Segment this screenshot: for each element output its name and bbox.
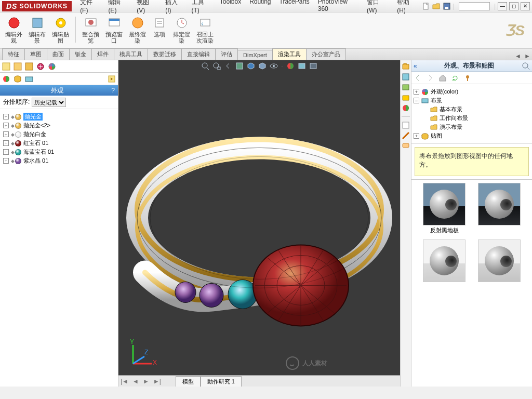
menu-window[interactable]: 窗口(W) xyxy=(363,0,393,15)
tree-scene-root[interactable]: − 布景 xyxy=(414,96,530,105)
material-item[interactable]: + ◆ 紫水晶 01 xyxy=(2,156,116,165)
graphics-area[interactable]: Y X Z 人人素材 xyxy=(118,72,400,375)
bottom-nav-first[interactable]: |◄ xyxy=(118,378,130,385)
new-doc-icon[interactable] xyxy=(422,2,430,10)
tab-moldtools[interactable]: 模具工具 xyxy=(114,48,148,60)
menu-routing[interactable]: Routing xyxy=(245,0,275,15)
nav-fwd-icon[interactable] xyxy=(426,74,434,82)
menu-traceparts[interactable]: TraceParts xyxy=(275,0,314,15)
thumb-scene-3[interactable] xyxy=(421,240,467,283)
bottom-nav-next[interactable]: ► xyxy=(141,378,151,385)
tree-scene-basic[interactable]: 基本布景 xyxy=(430,105,530,114)
cmd-edit-scene[interactable]: 编辑布 景 xyxy=(25,15,49,45)
view-settings-icon[interactable] xyxy=(309,62,317,70)
help-icon[interactable]: ? xyxy=(111,87,115,94)
appearance-sphere-icon[interactable] xyxy=(2,75,10,83)
featuremanager-icon[interactable] xyxy=(2,62,10,71)
panel-expand-icon[interactable] xyxy=(108,75,116,83)
dimxpert-icon[interactable] xyxy=(36,62,45,71)
tree-scene-studio[interactable]: 工作间布景 xyxy=(430,114,530,123)
rail-forum-icon[interactable] xyxy=(402,142,410,150)
tab-scroll-right[interactable]: ► xyxy=(523,52,532,60)
menu-photoview[interactable]: PhotoView 360 xyxy=(314,0,363,15)
cmd-integrated-preview[interactable]: 整合预 览 xyxy=(79,15,102,45)
tree-appearance-root[interactable]: + 外观(color) xyxy=(414,87,530,96)
cmd-edit-appearance[interactable]: 编辑外 观 xyxy=(2,15,25,45)
bottom-nav-last[interactable]: ►| xyxy=(151,378,163,385)
menu-file[interactable]: 文件(F) xyxy=(76,0,104,15)
material-item[interactable]: + ◆ 抛光金<2> xyxy=(2,121,116,130)
maximize-button[interactable]: ◻ xyxy=(509,2,518,10)
menu-help[interactable]: 帮助(H) xyxy=(393,0,422,15)
material-item[interactable]: + ◆ 抛光金 xyxy=(2,112,116,121)
expand-icon[interactable]: + xyxy=(3,123,9,128)
tab-datamigration[interactable]: 数据迁移 xyxy=(148,48,182,60)
thumb-scene-4[interactable] xyxy=(476,240,522,283)
cmd-edit-decal[interactable]: 编辑贴 图 xyxy=(49,15,72,45)
thumb-reflective-black[interactable]: 反射黑地板 xyxy=(421,183,467,234)
material-item[interactable]: + ◆ 海蓝宝石 01 xyxy=(2,148,116,156)
menu-insert[interactable]: 插入(I) xyxy=(161,0,187,15)
tab-rendertools[interactable]: 渲染工具 xyxy=(272,48,307,60)
apply-scene-icon[interactable] xyxy=(298,62,306,70)
material-item[interactable]: + ◆ 抛光白金 xyxy=(2,130,116,139)
cmd-final-render[interactable]: 最终渲 染 xyxy=(126,15,149,45)
rail-resources-icon[interactable] xyxy=(402,62,410,71)
configmanager-icon[interactable] xyxy=(25,62,33,71)
tree-scene-present[interactable]: 演示布景 xyxy=(430,123,530,131)
displaymanager-icon[interactable] xyxy=(48,62,56,71)
prev-view-icon[interactable] xyxy=(224,62,232,70)
menu-edit[interactable]: 编辑(E) xyxy=(104,0,132,15)
taskpane-collapse-icon[interactable]: « xyxy=(414,62,417,70)
thumb-scene-2[interactable] xyxy=(476,183,522,234)
search-icon[interactable] xyxy=(522,62,530,70)
help-search-input[interactable] xyxy=(459,2,490,10)
propertymanager-icon[interactable] xyxy=(14,62,22,71)
open-doc-icon[interactable] xyxy=(432,2,441,10)
tab-features[interactable]: 特征 xyxy=(2,48,25,60)
menu-tools[interactable]: 工具(T) xyxy=(188,0,216,15)
bottom-nav-prev[interactable]: ◄ xyxy=(130,378,141,385)
zoom-fit-icon[interactable] xyxy=(201,62,209,70)
cmd-preview-window[interactable]: 预览窗 口 xyxy=(102,15,126,45)
expand-icon[interactable]: + xyxy=(3,158,9,164)
tab-sheetmetal[interactable]: 钣金 xyxy=(69,48,92,60)
menu-view[interactable]: 视图(V) xyxy=(132,0,161,15)
expand-icon[interactable]: + xyxy=(3,140,9,146)
cmd-schedule-render[interactable]: 排定渲 染 xyxy=(170,15,193,45)
rail-custom-icon[interactable] xyxy=(402,121,410,129)
save-icon[interactable] xyxy=(443,2,451,10)
minimize-button[interactable]: — xyxy=(498,2,507,10)
zoom-area-icon[interactable] xyxy=(212,62,221,70)
appearance-icon[interactable] xyxy=(286,62,295,70)
refresh-icon[interactable] xyxy=(451,74,459,82)
tab-weldments[interactable]: 焊件 xyxy=(91,48,114,60)
cmd-options[interactable]: 选项 xyxy=(149,15,170,38)
display-style-icon[interactable] xyxy=(258,62,267,70)
tab-sketch[interactable]: 草图 xyxy=(24,48,47,60)
tab-directedit[interactable]: 直接编辑 xyxy=(181,48,216,60)
tab-evaluate[interactable]: 评估 xyxy=(215,48,238,60)
rail-fileexplorer-icon[interactable] xyxy=(402,83,410,91)
rail-viewpalette-icon[interactable] xyxy=(402,94,410,102)
view-orient-icon[interactable] xyxy=(247,62,255,70)
cmd-recall-render[interactable]: 召回上 次渲染 xyxy=(193,15,217,45)
nav-home-icon[interactable] xyxy=(438,74,447,82)
decal-db-icon[interactable] xyxy=(14,75,22,83)
tab-scroll-left[interactable]: ◄ xyxy=(513,52,523,60)
expand-icon[interactable]: + xyxy=(3,114,9,119)
tab-surfaces[interactable]: 曲面 xyxy=(47,48,70,60)
sort-select[interactable]: 历史记载 xyxy=(32,98,66,107)
expand-icon[interactable]: + xyxy=(3,149,9,155)
material-item[interactable]: + ◆ 红宝石 01 xyxy=(2,139,116,148)
rail-designlib-icon[interactable] xyxy=(402,73,410,81)
tab-office[interactable]: 办公室产品 xyxy=(306,48,346,60)
tab-dimxpert[interactable]: DimXpert xyxy=(237,50,273,60)
close-button[interactable]: ✕ xyxy=(521,2,530,10)
bottom-tab-motion[interactable]: 動作研究 1 xyxy=(201,376,242,387)
expand-icon[interactable]: + xyxy=(3,131,9,137)
pin-icon[interactable] xyxy=(463,74,472,82)
nav-back-icon[interactable] xyxy=(414,74,422,82)
tree-decal-root[interactable]: + 贴图 xyxy=(414,131,530,140)
section-view-icon[interactable] xyxy=(235,62,244,70)
